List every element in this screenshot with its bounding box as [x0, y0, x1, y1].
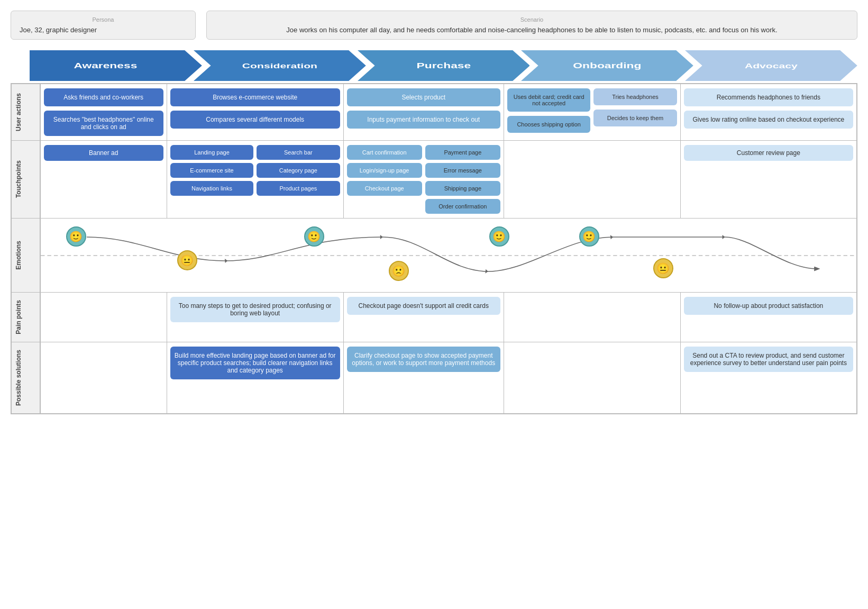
ua-awareness: Asks friends and co-workers Searches "be… [40, 84, 167, 141]
ua-awareness-box2: Searches "best headphones" online and cl… [44, 111, 163, 136]
tp-purch-c2-2: Error message [425, 163, 500, 178]
emotions-canvas: 🙂 😐 🙂 🙁 🙂 🙂 😐 [40, 219, 857, 293]
ua-advocacy-boxes: Recommends headphones to friends Gives l… [684, 88, 853, 129]
ua-awareness-box1: Asks friends and co-workers [44, 88, 163, 106]
scenario-content: Joe works on his computer all day, and h… [215, 26, 848, 34]
ua-onboard-split: Uses debit card; credit card not accepte… [507, 88, 677, 133]
tp-consid-c2-3: Product pages [257, 181, 340, 196]
sol-advoc-box: Send out a CTA to review product, and se… [684, 347, 853, 372]
user-actions-row: User actions Asks friends and co-workers… [11, 84, 857, 141]
solutions-row: Possible solutions Build more effective … [11, 342, 857, 414]
emotions-row: Emotions [11, 219, 857, 293]
tp-purch-c1-1: Cart confirmation [347, 145, 422, 160]
ua-onboard-box4: Decides to keep them [593, 110, 677, 126]
tp-purchase: Cart confirmation Login/sign-up page Che… [343, 141, 504, 219]
stage-advocacy: Advocacy [685, 50, 857, 81]
pain-onboarding [504, 293, 680, 342]
touchpoints-row: Touchpoints Banner ad Landing page E-com… [11, 141, 857, 219]
tp-consid-col1: Landing page E-commerce site Navigation … [170, 145, 253, 196]
ua-onboard-col2: Tries headphones Decides to keep them [593, 88, 677, 133]
tp-consid-col2: Search bar Category page Product pages [257, 145, 340, 196]
tp-aware-boxes: Banner ad [44, 145, 163, 161]
pain-label: Pain points [15, 297, 22, 338]
tp-purch-split: Cart confirmation Login/sign-up page Che… [347, 145, 500, 214]
stage-awareness: Awareness [30, 50, 202, 81]
emotions-label: Emotions [15, 238, 22, 273]
tp-awareness: Banner ad [40, 141, 167, 219]
tp-purch-col1: Cart confirmation Login/sign-up page Che… [347, 145, 422, 214]
pain-points-row: Pain points Too many steps to get to des… [11, 293, 857, 342]
pain-awareness [40, 293, 167, 342]
tp-consid-c2-2: Category page [257, 163, 340, 178]
tp-advoc-box1: Customer review page [684, 145, 853, 161]
tp-consid-split: Landing page E-commerce site Navigation … [170, 145, 340, 196]
svg-marker-11 [224, 259, 227, 263]
ua-consideration-boxes: Browses e-commerce website Compares seve… [170, 88, 340, 129]
user-actions-label: User actions [15, 90, 22, 134]
sol-consideration: Build more effective landing page based … [167, 342, 343, 414]
ua-advoc-box1: Recommends headphones to friends [684, 88, 853, 106]
solutions-label-cell: Possible solutions [11, 342, 40, 414]
svg-marker-14 [610, 235, 613, 239]
svg-marker-12 [380, 235, 382, 239]
emotion-face-7: 😐 [653, 258, 673, 278]
emotion-face-4: 🙁 [389, 261, 409, 281]
touchpoints-label-cell: Touchpoints [11, 141, 40, 219]
ua-advoc-box2: Gives low rating online based on checkou… [684, 111, 853, 129]
pain-purchase: Checkout page doesn't support all credit… [343, 293, 504, 342]
tp-advocacy: Customer review page [680, 141, 857, 219]
svg-text:Onboarding: Onboarding [573, 61, 642, 70]
sol-purchase: Clarify checkout page to show accepted p… [343, 342, 504, 414]
persona-box: Persona Joe, 32, graphic designer [11, 11, 196, 40]
emotion-face-2: 😐 [177, 250, 197, 270]
journey-table: User actions Asks friends and co-workers… [11, 83, 857, 414]
tp-purch-col2: Payment page Error message Shipping page… [425, 145, 500, 214]
emotion-line-svg [41, 219, 856, 293]
ua-awareness-boxes: Asks friends and co-workers Searches "be… [44, 88, 163, 136]
tp-purch-c2-4: Order confirmation [425, 199, 500, 214]
svg-text:Advocacy: Advocacy [745, 62, 798, 70]
tp-consid-c2-1: Search bar [257, 145, 340, 160]
sol-awareness [40, 342, 167, 414]
ua-purch-box1: Selects product [347, 88, 500, 106]
emotion-face-1: 🙂 [66, 226, 86, 247]
ua-purchase-boxes: Selects product Inputs payment informati… [347, 88, 500, 129]
stages-header: Awareness Consideration Purchase Onboard… [30, 50, 857, 81]
ua-purch-box2: Inputs payment information to check out [347, 111, 500, 129]
ua-advocacy: Recommends headphones to friends Gives l… [680, 84, 857, 141]
svg-text:Consideration: Consideration [242, 62, 317, 70]
tp-purch-c2-3: Shipping page [425, 181, 500, 196]
stage-onboarding: Onboarding [521, 50, 693, 81]
svg-text:Purchase: Purchase [416, 61, 471, 70]
tp-purch-c1-2: Login/sign-up page [347, 163, 422, 178]
ua-consideration: Browses e-commerce website Compares seve… [167, 84, 343, 141]
user-actions-label-cell: User actions [11, 84, 40, 141]
stage-purchase: Purchase [358, 50, 530, 81]
svg-marker-13 [485, 269, 488, 274]
stage-consideration: Consideration [194, 50, 366, 81]
tp-consideration: Landing page E-commerce site Navigation … [167, 141, 343, 219]
sol-consid-box: Build more effective landing page based … [170, 347, 340, 379]
pain-consideration: Too many steps to get to desired product… [167, 293, 343, 342]
pain-label-cell: Pain points [11, 293, 40, 342]
sol-onboarding [504, 342, 680, 414]
tp-consid-c1-3: Navigation links [170, 181, 253, 196]
sol-purch-box: Clarify checkout page to show accepted p… [347, 347, 500, 372]
ua-onboard-box3: Tries headphones [593, 88, 677, 105]
persona-label: Persona [20, 16, 187, 23]
pain-purch-box: Checkout page doesn't support all credit… [347, 297, 500, 315]
main-container: Persona Joe, 32, graphic designer Scenar… [0, 0, 868, 425]
emotion-face-3: 🙂 [304, 226, 324, 247]
scenario-label: Scenario [215, 16, 848, 23]
tp-purch-c1-3: Checkout page [347, 181, 422, 196]
ua-onboarding: Uses debit card; credit card not accepte… [504, 84, 680, 141]
ua-onboard-col1: Uses debit card; credit card not accepte… [507, 88, 590, 133]
ua-consid-box2: Compares several different models [170, 111, 340, 129]
scenario-box: Scenario Joe works on his computer all d… [206, 11, 857, 40]
emotion-face-6: 🙂 [579, 226, 599, 247]
tp-onboarding [504, 141, 680, 219]
ua-purchase: Selects product Inputs payment informati… [343, 84, 504, 141]
svg-marker-15 [722, 235, 725, 239]
top-info-row: Persona Joe, 32, graphic designer Scenar… [11, 11, 857, 40]
tp-consid-c1-1: Landing page [170, 145, 253, 160]
